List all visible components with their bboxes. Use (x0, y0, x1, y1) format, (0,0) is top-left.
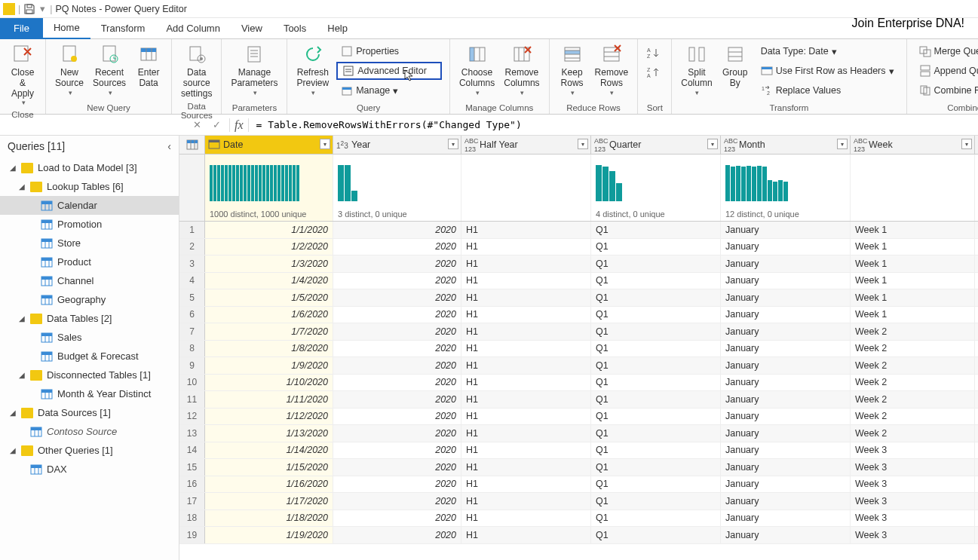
cell-quarter[interactable]: Q1 (591, 493, 721, 510)
cell-date[interactable]: 1/2/2020 (205, 239, 333, 256)
cell-month[interactable]: January (721, 239, 851, 256)
sidebar-query[interactable]: Budget & Forecast (0, 347, 179, 366)
first-row-headers-button[interactable]: Use First Row as Headers▾ (756, 62, 899, 80)
tab-add-column[interactable]: Add Column (155, 18, 231, 39)
cell-year[interactable]: 2020 (333, 442, 461, 459)
cell-date[interactable]: 1/3/2020 (205, 256, 333, 272)
cell-quarter[interactable]: Q1 (591, 409, 721, 425)
cancel-formula-button[interactable]: ✕ (187, 115, 207, 135)
sidebar-query[interactable]: DAX (0, 460, 179, 479)
formula-input[interactable] (252, 119, 978, 130)
cell-year[interactable]: 2020 (333, 289, 461, 306)
cell-year[interactable]: 2020 (333, 256, 461, 272)
properties-button[interactable]: Properties (336, 42, 442, 60)
cell-month[interactable]: January (721, 442, 851, 459)
table-row[interactable]: 11/1/20202020H1Q1JanuaryWeek 1 (179, 222, 978, 239)
sidebar-query[interactable]: Calendar (0, 196, 179, 215)
cell-week[interactable]: Week 2 (851, 391, 975, 408)
cell-month[interactable]: January (721, 307, 851, 323)
cell-date[interactable]: 1/13/2020 (205, 425, 333, 442)
table-row[interactable]: 31/3/20202020H1Q1JanuaryWeek 1 (179, 256, 978, 273)
cell-quarter[interactable]: Q1 (591, 222, 721, 238)
cell-year[interactable]: 2020 (333, 527, 461, 543)
cell-week[interactable]: Week 3 (851, 476, 975, 493)
sidebar-folder[interactable]: ◢Other Queries [1] (0, 441, 179, 460)
tab-help[interactable]: Help (317, 18, 358, 39)
cell-date[interactable]: 1/8/2020 (205, 341, 333, 357)
cell-year[interactable]: 2020 (333, 273, 461, 289)
sidebar-query[interactable]: Month & Year Distinct (0, 384, 179, 403)
cell-month[interactable]: January (721, 409, 851, 425)
cell-half[interactable]: H1 (461, 307, 591, 323)
cell-quarter[interactable]: Q1 (591, 357, 721, 374)
table-row[interactable]: 71/7/20202020H1Q1JanuaryWeek 2 (179, 323, 978, 341)
table-row[interactable]: 51/5/20202020H1Q1JanuaryWeek 1 (179, 289, 978, 307)
cell-week[interactable]: Week 1 (851, 307, 975, 323)
enter-data-button[interactable]: Enter Data (130, 41, 167, 90)
cell-quarter[interactable]: Q1 (591, 425, 721, 442)
cell-month[interactable]: January (721, 425, 851, 442)
cell-month[interactable]: January (721, 375, 851, 391)
cell-half[interactable]: H1 (461, 289, 591, 306)
cell-quarter[interactable]: Q1 (591, 239, 721, 256)
cell-half[interactable]: H1 (461, 493, 591, 510)
cell-year[interactable]: 2020 (333, 476, 461, 493)
cell-half[interactable]: H1 (461, 323, 591, 340)
manage-button[interactable]: Manage▾ (336, 81, 442, 99)
cell-half[interactable]: H1 (461, 256, 591, 272)
cell-week[interactable]: Week 1 (851, 222, 975, 238)
choose-columns-button[interactable]: Choose Columns▾ (455, 41, 499, 98)
filter-dropdown-icon[interactable]: ▾ (578, 139, 588, 149)
sidebar-query[interactable]: Sales (0, 328, 179, 347)
cell-month[interactable]: January (721, 256, 851, 272)
tab-home[interactable]: Home (43, 18, 90, 39)
cell-date[interactable]: 1/6/2020 (205, 307, 333, 323)
commit-formula-button[interactable]: ✓ (207, 115, 226, 135)
refresh-preview-button[interactable]: Refresh Preview▾ (292, 41, 333, 98)
cell-date[interactable]: 1/16/2020 (205, 476, 333, 493)
cell-half[interactable]: H1 (461, 425, 591, 442)
cell-year[interactable]: 2020 (333, 341, 461, 357)
cell-week[interactable]: Week 1 (851, 239, 975, 256)
append-queries-button[interactable]: Append Queries▾ (915, 62, 978, 80)
column-header-month[interactable]: ABC123Month▾ (721, 136, 851, 154)
cell-year[interactable]: 2020 (333, 323, 461, 340)
sidebar-folder[interactable]: ◢Disconnected Tables [1] (0, 366, 179, 384)
table-row[interactable]: 111/11/20202020H1Q1JanuaryWeek 2 (179, 391, 978, 409)
sidebar-folder[interactable]: ◢Data Sources [1] (0, 403, 179, 422)
table-icon-header[interactable] (179, 136, 205, 154)
cell-week[interactable]: Week 2 (851, 375, 975, 391)
cell-month[interactable]: January (721, 323, 851, 340)
sort-asc-button[interactable]: AZ (645, 44, 664, 62)
cell-week[interactable]: Week 2 (851, 341, 975, 357)
cell-week[interactable]: Week 1 (851, 256, 975, 272)
table-row[interactable]: 171/17/20202020H1Q1JanuaryWeek 3 (179, 493, 978, 510)
cell-month[interactable]: January (721, 357, 851, 374)
cell-date[interactable]: 1/9/2020 (205, 357, 333, 374)
close-apply-button[interactable]: Close & Apply▾ (5, 41, 41, 109)
cell-week[interactable]: Week 3 (851, 442, 975, 459)
recent-sources-button[interactable]: Recent Sources▾ (88, 41, 130, 98)
cell-quarter[interactable]: Q1 (591, 273, 721, 289)
fx-icon[interactable]: fx (229, 118, 249, 132)
replace-values-button[interactable]: 12 Replace Values (756, 81, 899, 99)
table-row[interactable]: 161/16/20202020H1Q1JanuaryWeek 3 (179, 476, 978, 494)
keep-rows-button[interactable]: Keep Rows▾ (554, 41, 590, 98)
table-row[interactable]: 121/12/20202020H1Q1JanuaryWeek 2 (179, 409, 978, 426)
cell-week[interactable]: Week 1 (851, 273, 975, 289)
tab-transform[interactable]: Transform (90, 18, 156, 39)
cell-week[interactable]: Week 3 (851, 459, 975, 476)
cell-week[interactable]: Week 2 (851, 425, 975, 442)
cell-year[interactable]: 2020 (333, 307, 461, 323)
group-by-button[interactable]: Group By (717, 41, 753, 90)
filter-dropdown-icon[interactable]: ▾ (448, 139, 458, 149)
column-header-half-year[interactable]: ABC123Half Year▾ (461, 136, 591, 154)
table-row[interactable]: 81/8/20202020H1Q1JanuaryWeek 2 (179, 341, 978, 358)
cell-year[interactable]: 2020 (333, 510, 461, 527)
cell-date[interactable]: 1/14/2020 (205, 442, 333, 459)
cell-quarter[interactable]: Q1 (591, 510, 721, 527)
cell-month[interactable]: January (721, 476, 851, 493)
cell-quarter[interactable]: Q1 (591, 442, 721, 459)
cell-quarter[interactable]: Q1 (591, 527, 721, 543)
cell-quarter[interactable]: Q1 (591, 323, 721, 340)
